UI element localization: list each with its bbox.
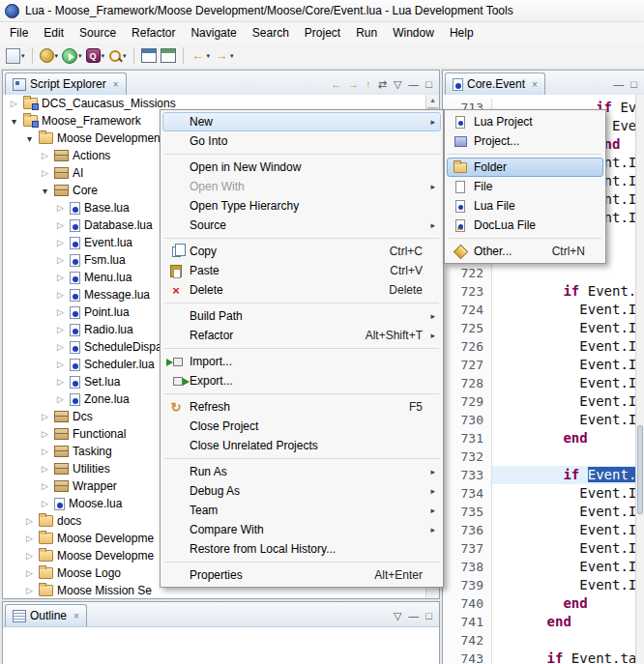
tree-collapsed-arrow-icon[interactable]: ▷: [55, 325, 66, 334]
tree-collapsed-arrow-icon[interactable]: ▷: [55, 203, 66, 213]
menu-item-team[interactable]: Team▸: [162, 501, 441, 520]
menu-refactor[interactable]: Refactor: [124, 23, 183, 43]
menu-item-close-project[interactable]: Close Project: [162, 417, 441, 436]
code-line[interactable]: 734 Event.I: [443, 484, 635, 503]
line-number[interactable]: 738: [443, 558, 492, 576]
menu-item-open-type-hierarchy[interactable]: Open Type Hierarchy: [162, 196, 441, 216]
menu-item-go-into[interactable]: Go Into: [162, 131, 441, 151]
up-arrow-icon[interactable]: ↑: [366, 79, 371, 90]
line-number[interactable]: 722: [443, 264, 492, 282]
minimize-icon[interactable]: —: [613, 79, 624, 90]
menu-item-project[interactable]: Project...: [447, 131, 603, 151]
run-button[interactable]: ▾: [60, 45, 84, 66]
code-line[interactable]: 728 Event.I: [443, 374, 635, 392]
code-line[interactable]: 722: [443, 264, 635, 282]
menu-item-paste[interactable]: PasteCtrl+V: [162, 261, 441, 280]
line-number[interactable]: 739: [443, 576, 492, 594]
tree-expanded-arrow-icon[interactable]: ▾: [40, 186, 50, 196]
close-icon[interactable]: ×: [73, 611, 79, 621]
code-line[interactable]: 736 Event.I: [443, 521, 635, 539]
menu-item-new[interactable]: New▸: [162, 112, 441, 131]
code-text[interactable]: end: [492, 613, 635, 631]
code-text[interactable]: [492, 447, 635, 466]
line-number[interactable]: 727: [443, 356, 492, 374]
minimize-icon[interactable]: —: [408, 611, 419, 621]
line-number[interactable]: 731: [443, 429, 492, 447]
tree-collapsed-arrow-icon[interactable]: ▷: [55, 394, 66, 404]
tree-collapsed-arrow-icon[interactable]: ▷: [40, 429, 50, 439]
tree-collapsed-arrow-icon[interactable]: ▷: [40, 499, 50, 508]
tab-outline[interactable]: Outline ×: [5, 604, 87, 626]
tab-script-explorer[interactable]: Script Explorer ×: [5, 72, 127, 95]
code-line[interactable]: 740 end: [443, 594, 635, 613]
menu-item-copy[interactable]: CopyCtrl+C: [162, 242, 441, 261]
menu-item-open-in-new-window[interactable]: Open in New Window: [162, 158, 441, 177]
menu-item-folder[interactable]: Folder: [447, 158, 603, 177]
menu-item-export[interactable]: Export...: [162, 371, 441, 390]
tree-collapsed-arrow-icon[interactable]: ▷: [24, 516, 35, 526]
code-text[interactable]: Event.I: [492, 521, 635, 539]
code-text[interactable]: Event.I: [492, 411, 635, 429]
maximize-icon[interactable]: □: [425, 79, 432, 90]
code-line[interactable]: 737 Event.I: [443, 539, 635, 558]
dropdown-caret-icon[interactable]: ▾: [102, 52, 105, 60]
code-text[interactable]: Event.I: [492, 503, 635, 521]
tree-collapsed-arrow-icon[interactable]: ▷: [40, 464, 50, 474]
menu-item-import[interactable]: Import...: [162, 352, 441, 371]
tree-collapsed-arrow-icon[interactable]: ▷: [40, 168, 50, 178]
back-arrow-icon[interactable]: ←: [331, 79, 341, 90]
tree-collapsed-arrow-icon[interactable]: ▷: [40, 481, 50, 491]
line-number[interactable]: 740: [443, 594, 492, 613]
tree-collapsed-arrow-icon[interactable]: ▷: [55, 255, 66, 265]
menu-item-doclua-file[interactable]: DocLua File: [447, 216, 603, 235]
code-text[interactable]: if Event.: [492, 466, 635, 484]
line-number[interactable]: 734: [443, 484, 492, 503]
dropdown-caret-icon[interactable]: ▾: [55, 52, 59, 60]
menu-item-other[interactable]: Other...Ctrl+N: [447, 242, 603, 261]
menu-project[interactable]: Project: [297, 23, 348, 43]
line-number[interactable]: 728: [443, 374, 492, 392]
search-button[interactable]: ▾: [106, 45, 129, 66]
code-line[interactable]: 732: [443, 447, 635, 466]
tree-collapsed-arrow-icon[interactable]: ▷: [40, 151, 50, 160]
code-line[interactable]: 731 end: [443, 429, 635, 447]
code-text[interactable]: Event.I: [492, 392, 635, 411]
line-number[interactable]: 729: [443, 392, 492, 411]
code-text[interactable]: Event.I: [492, 558, 635, 576]
code-text[interactable]: if Event.ta: [492, 650, 635, 664]
profile-button[interactable]: Q▾: [84, 45, 107, 66]
code-text[interactable]: Event.I: [492, 576, 635, 594]
menu-item-build-path[interactable]: Build Path▸: [162, 306, 441, 326]
code-line[interactable]: 727 Event.I: [443, 356, 635, 374]
line-number[interactable]: 736: [443, 521, 492, 539]
menu-item-compare-with[interactable]: Compare With▸: [162, 520, 441, 539]
tree-collapsed-arrow-icon[interactable]: ▷: [24, 551, 35, 561]
menu-help[interactable]: Help: [442, 23, 482, 43]
menu-item-debug-as[interactable]: Debug As▸: [162, 481, 441, 501]
line-number[interactable]: 726: [443, 337, 492, 356]
view-menu-icon[interactable]: ▽: [394, 79, 401, 90]
line-number[interactable]: 730: [443, 411, 492, 429]
close-icon[interactable]: ×: [532, 79, 538, 90]
tree-collapsed-arrow-icon[interactable]: ▷: [55, 273, 66, 282]
code-line[interactable]: 735 Event.I: [443, 503, 635, 521]
tree-collapsed-arrow-icon[interactable]: ▷: [24, 586, 35, 595]
tree-collapsed-arrow-icon[interactable]: ▷: [40, 447, 50, 456]
link-with-editor-icon[interactable]: ⇄: [378, 79, 387, 90]
forward-arrow-icon[interactable]: →: [348, 79, 359, 90]
code-line[interactable]: 725 Event.I: [443, 319, 635, 337]
tree-expanded-arrow-icon[interactable]: ▾: [9, 116, 19, 127]
line-number[interactable]: 742: [443, 631, 492, 650]
code-line[interactable]: 741 end: [443, 613, 635, 631]
line-number[interactable]: 743: [443, 650, 492, 664]
tree-collapsed-arrow-icon[interactable]: ▷: [55, 238, 66, 247]
menu-window[interactable]: Window: [385, 23, 442, 43]
code-text[interactable]: Event.I: [492, 484, 635, 503]
tree-collapsed-arrow-icon[interactable]: ▷: [55, 360, 66, 369]
tree-collapsed-arrow-icon[interactable]: ▷: [55, 342, 66, 352]
tree-collapsed-arrow-icon[interactable]: ▷: [24, 568, 35, 578]
close-icon[interactable]: ×: [113, 79, 119, 90]
minimize-icon[interactable]: —: [408, 79, 419, 90]
table-view-button[interactable]: [139, 45, 159, 66]
tree-collapsed-arrow-icon[interactable]: ▷: [24, 534, 35, 543]
